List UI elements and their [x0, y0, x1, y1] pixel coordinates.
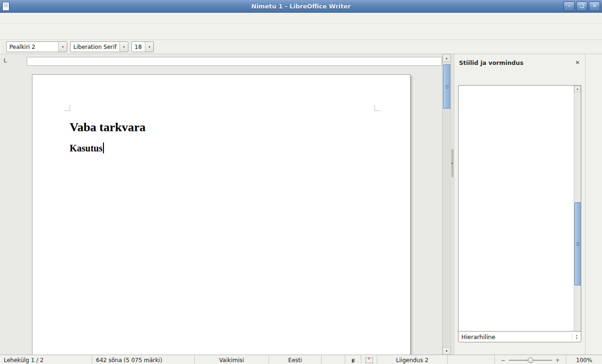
- panel-title: Stiilid ja vormindus: [459, 59, 574, 66]
- status-spacer: [322, 355, 345, 364]
- text-boundary-mark: [374, 105, 380, 111]
- doc-section-heading: Kasutus: [70, 142, 373, 154]
- insert-mode-icon[interactable]: ▮I: [345, 355, 361, 364]
- doc-title-heading: Vaba tarkvara: [70, 120, 373, 135]
- horizontal-ruler[interactable]: L: [0, 54, 442, 68]
- style-filter-select[interactable]: Hierarhiline ▴▾: [458, 331, 581, 342]
- zoom-out-icon[interactable]: −: [500, 357, 505, 364]
- zoom-in-icon[interactable]: +: [555, 357, 560, 364]
- sidebar-tabbar: [585, 54, 602, 355]
- panel-splitter[interactable]: ▸: [451, 54, 454, 355]
- text-cursor: [103, 142, 104, 153]
- thumb-grip-icon: [445, 85, 449, 88]
- minimize-button[interactable]: –: [563, 1, 575, 11]
- panel-close-icon[interactable]: ✕: [574, 59, 581, 66]
- libreoffice-writer-window: Nimetu 1 - LibreOffice Writer –❑✕ Pealki…: [0, 0, 602, 364]
- selection-mode-icon[interactable]: *: [361, 355, 377, 364]
- splitter-handle[interactable]: ▸: [452, 149, 453, 177]
- chevron-down-icon[interactable]: ▾: [58, 42, 67, 52]
- zoom-percent[interactable]: 100%: [566, 355, 602, 364]
- standard-toolbar: [0, 24, 602, 40]
- styles-and-formatting-panel: Stiilid ja vormindus ✕ ▴ ▾ Hierar: [454, 54, 585, 355]
- style-list-scrollbar[interactable]: ▴ ▾: [574, 86, 581, 339]
- status-page-number[interactable]: Lehekülg 1 / 2: [0, 355, 92, 364]
- scroll-up-icon[interactable]: ▴: [443, 54, 451, 62]
- status-language[interactable]: Eesti: [269, 355, 322, 364]
- paragraph-style-select[interactable]: Pealkiri 2 ▾: [6, 41, 67, 52]
- spinner-icon[interactable]: ▴▾: [572, 334, 581, 340]
- chevron-down-icon[interactable]: ▾: [145, 42, 153, 52]
- tab-stop-selector[interactable]: L: [2, 57, 8, 65]
- document-canvas[interactable]: Vaba tarkvara Kasutus: [0, 68, 442, 355]
- window-title: Nimetu 1 - LibreOffice Writer: [0, 3, 602, 10]
- status-page-style[interactable]: Vaikimisi: [195, 355, 269, 364]
- document-scrollbar[interactable]: ▴ ▾: [442, 54, 451, 355]
- main-content: L Vaba tarkvara Kasutus: [0, 54, 602, 355]
- close-button[interactable]: ✕: [589, 1, 600, 11]
- toolbar-grip[interactable]: [2, 42, 4, 52]
- status-outline-level[interactable]: Liigendus 2: [377, 355, 448, 364]
- text-boundary-mark: [64, 105, 70, 111]
- splitter-arrow-icon: ▸: [452, 161, 453, 165]
- scroll-up-icon[interactable]: ▴: [574, 86, 581, 92]
- zoom-slider[interactable]: − +: [495, 355, 566, 364]
- menubar: [0, 13, 602, 24]
- titlebar: Nimetu 1 - LibreOffice Writer –❑✕: [0, 0, 602, 13]
- thumb-grip-icon: [576, 242, 579, 245]
- chevron-down-icon[interactable]: ▾: [119, 42, 128, 52]
- zoom-slider-knob[interactable]: [528, 357, 533, 363]
- font-size-select[interactable]: 18 ▾: [131, 41, 154, 52]
- statusbar: Lehekülg 1 / 2 642 sõna (5 075 märki) Va…: [0, 355, 602, 364]
- font-name-select[interactable]: Liberation Serif ▾: [70, 41, 128, 52]
- app-icon: [2, 2, 9, 11]
- scrollbar-thumb[interactable]: [443, 64, 451, 109]
- scrollbar-thumb[interactable]: [574, 202, 581, 285]
- style-list: ▴ ▾: [458, 85, 581, 339]
- view-layout-buttons: [448, 355, 495, 364]
- formatting-toolbar: Pealkiri 2 ▾ Liberation Serif ▾ 18 ▾: [0, 40, 602, 54]
- maximize-button[interactable]: ❑: [576, 1, 587, 11]
- scroll-down-icon[interactable]: ▾: [443, 347, 451, 355]
- status-word-count[interactable]: 642 sõna (5 075 märki): [92, 355, 195, 364]
- document-page[interactable]: Vaba tarkvara Kasutus: [32, 74, 411, 355]
- document-text[interactable]: Vaba tarkvara Kasutus: [32, 75, 410, 154]
